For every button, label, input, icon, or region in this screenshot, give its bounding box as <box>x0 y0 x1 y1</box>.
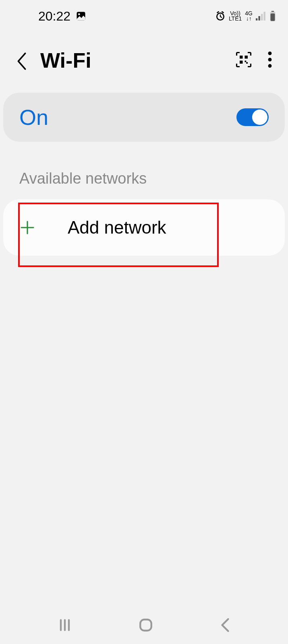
svg-point-1 <box>78 13 80 15</box>
header-actions <box>236 52 272 69</box>
status-left: 20:22 <box>38 9 87 24</box>
more-options-button[interactable] <box>268 52 272 69</box>
svg-point-16 <box>268 58 272 62</box>
picture-icon <box>75 10 87 22</box>
page-title: Wi-Fi <box>40 48 224 72</box>
status-right: Vo)) LTE1 4G ↓↑ <box>215 11 276 21</box>
toggle-knob <box>252 109 268 125</box>
wifi-status-label: On <box>19 105 48 130</box>
svg-rect-12 <box>240 61 243 64</box>
add-network-label: Add network <box>68 217 166 238</box>
svg-rect-4 <box>259 16 260 21</box>
available-networks-header: Available networks <box>0 146 288 199</box>
header: Wi-Fi <box>0 28 288 89</box>
nav-recents-button[interactable] <box>57 617 73 635</box>
alarm-icon <box>215 11 226 21</box>
battery-icon <box>269 11 276 21</box>
signal-icon <box>256 12 266 21</box>
svg-rect-18 <box>141 619 152 631</box>
svg-rect-9 <box>271 14 275 21</box>
volte-indicator: Vo)) LTE1 <box>229 11 242 21</box>
svg-rect-13 <box>245 61 247 62</box>
svg-rect-3 <box>256 18 257 20</box>
network-type-indicator: 4G ↓↑ <box>245 11 253 21</box>
qr-scan-button[interactable] <box>236 52 252 69</box>
svg-rect-11 <box>245 56 248 59</box>
svg-point-17 <box>268 64 272 68</box>
back-button[interactable] <box>16 52 28 68</box>
nav-back-button[interactable] <box>219 617 231 635</box>
nav-bar <box>0 608 288 644</box>
svg-point-15 <box>268 52 272 55</box>
wifi-toggle-switch[interactable] <box>236 108 269 126</box>
svg-rect-10 <box>240 56 243 59</box>
wifi-toggle-row[interactable]: On <box>3 93 285 142</box>
status-bar: 20:22 Vo)) LTE1 4G ↓↑ <box>0 0 288 28</box>
svg-rect-5 <box>261 14 263 21</box>
plus-icon <box>19 219 35 236</box>
svg-rect-14 <box>246 62 248 64</box>
status-time: 20:22 <box>38 9 70 24</box>
nav-home-button[interactable] <box>138 617 154 635</box>
add-network-row[interactable]: Add network <box>3 199 285 256</box>
svg-rect-6 <box>264 12 265 21</box>
